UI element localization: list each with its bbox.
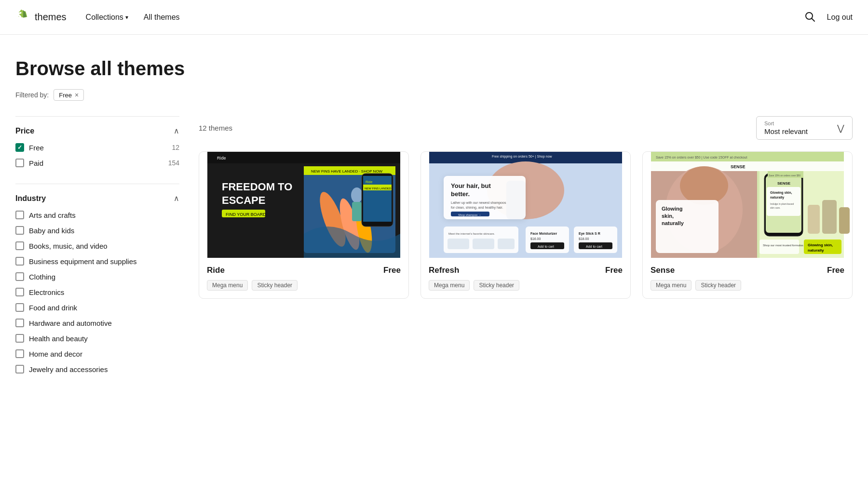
nav-links: Collections ▾ All themes bbox=[86, 13, 804, 22]
industry-filter-item: Arts and crafts bbox=[15, 211, 179, 219]
industry-filter-item: Home and decor bbox=[15, 349, 179, 358]
industry-filter-item: Hardware and automotive bbox=[15, 319, 179, 327]
svg-text:naturally: naturally bbox=[770, 196, 784, 200]
industry-filter-left: Clothing bbox=[15, 272, 55, 281]
filter-row: Filtered by: Free × bbox=[15, 89, 853, 101]
theme-tags: Mega menuSticky header bbox=[207, 280, 401, 291]
industry-checkbox[interactable] bbox=[15, 365, 24, 373]
industry-checkbox[interactable] bbox=[15, 349, 24, 358]
collections-chevron-icon: ▾ bbox=[125, 14, 128, 21]
svg-text:naturally: naturally bbox=[662, 220, 684, 226]
price-filter-label[interactable]: Free bbox=[29, 144, 44, 152]
all-themes-link[interactable]: All themes bbox=[144, 13, 180, 22]
svg-text:Glowing: Glowing bbox=[662, 206, 682, 212]
main-layout: Price Free 12 Paid 154 Industry bbox=[0, 116, 868, 413]
theme-card[interactable]: Save 15% on orders over $50 | Use code 1… bbox=[642, 151, 853, 299]
industry-filter-label[interactable]: Electronics bbox=[29, 288, 64, 296]
svg-point-13 bbox=[351, 187, 363, 203]
price-filter-label[interactable]: Paid bbox=[29, 159, 43, 167]
theme-price: Free bbox=[383, 266, 401, 275]
logo-link[interactable]: themes bbox=[15, 10, 67, 25]
industry-filter-label[interactable]: Arts and crafts bbox=[29, 211, 76, 219]
svg-point-59 bbox=[680, 166, 728, 205]
theme-card[interactable]: REFRESH. Your hair, but better. Lather u… bbox=[420, 151, 631, 299]
svg-text:for clean, shining, and health: for clean, shining, and healthy hair. bbox=[451, 206, 503, 210]
theme-card[interactable]: Ride FREEDOM TO ESCAPE FIND YOUR BOARD bbox=[199, 151, 409, 299]
theme-price: Free bbox=[827, 266, 844, 275]
svg-rect-81 bbox=[822, 200, 837, 234]
industry-filter-title: Industry bbox=[15, 194, 46, 203]
industry-filter-label[interactable]: Books, music, and video bbox=[29, 242, 108, 250]
industry-filter-label[interactable]: Clothing bbox=[29, 273, 55, 281]
hero-section: Browse all themes Filtered by: Free × bbox=[0, 35, 868, 116]
price-filter-left: Paid bbox=[15, 159, 43, 167]
industry-checkbox[interactable] bbox=[15, 288, 24, 296]
industry-filter-item: Baby and kids bbox=[15, 226, 179, 235]
industry-checkbox[interactable] bbox=[15, 319, 24, 327]
price-filter-title: Price bbox=[15, 127, 34, 135]
filter-chip-free[interactable]: Free × bbox=[54, 89, 84, 101]
svg-rect-14 bbox=[352, 202, 362, 221]
theme-name-row: Ride Free bbox=[207, 266, 401, 275]
industry-filter-left: Books, music, and video bbox=[15, 241, 108, 250]
svg-rect-75 bbox=[760, 240, 799, 254]
theme-price: Free bbox=[605, 266, 623, 275]
industry-checkbox[interactable] bbox=[15, 272, 24, 281]
svg-text:FIND YOUR BOARD: FIND YOUR BOARD bbox=[226, 212, 266, 217]
theme-info: Ride Free Mega menuSticky header bbox=[199, 258, 408, 298]
svg-text:skin care.: skin care. bbox=[770, 206, 780, 209]
svg-text:Eye Stick S R: Eye Stick S R bbox=[579, 232, 600, 236]
industry-filter-label[interactable]: Food and drink bbox=[29, 304, 77, 312]
price-filter-header[interactable]: Price bbox=[15, 126, 179, 135]
industry-checkbox[interactable] bbox=[15, 226, 24, 235]
theme-tag: Sticky header bbox=[252, 280, 298, 291]
industry-checkbox[interactable] bbox=[15, 334, 24, 343]
svg-text:Save 15% on orders over $50: Save 15% on orders over $50 bbox=[769, 174, 800, 177]
all-themes-label: All themes bbox=[144, 13, 180, 22]
price-filter-section: Price Free 12 Paid 154 bbox=[15, 116, 179, 184]
svg-text:Glowing skin,: Glowing skin, bbox=[770, 191, 792, 195]
svg-text:better.: better. bbox=[451, 190, 470, 198]
price-filter-item: Paid 154 bbox=[15, 159, 179, 167]
industry-filter-label[interactable]: Hardware and automotive bbox=[29, 319, 112, 327]
industry-filter-item: Health and beauty bbox=[15, 334, 179, 343]
industry-filter-section: Industry Arts and crafts Baby and kids B… bbox=[15, 184, 179, 390]
theme-tag: Mega menu bbox=[429, 280, 470, 291]
industry-filter-item: Jewelry and accessories bbox=[15, 365, 179, 373]
svg-rect-3 bbox=[207, 152, 400, 163]
industry-filter-left: Business equipment and supplies bbox=[15, 257, 136, 266]
industry-filter-label[interactable]: Baby and kids bbox=[29, 227, 74, 235]
theme-name: Sense bbox=[651, 266, 675, 275]
industry-filter-label[interactable]: Health and beauty bbox=[29, 334, 88, 343]
price-checkbox[interactable] bbox=[15, 143, 24, 152]
collections-link[interactable]: Collections ▾ bbox=[86, 13, 128, 22]
industry-filter-label[interactable]: Business equipment and supplies bbox=[29, 257, 136, 266]
search-icon[interactable] bbox=[804, 11, 815, 24]
industry-checkbox[interactable] bbox=[15, 211, 24, 219]
sort-chevron-icon: ⋁ bbox=[837, 123, 844, 133]
industry-checkbox[interactable] bbox=[15, 257, 24, 266]
price-filter-count: 12 bbox=[172, 144, 179, 151]
industry-filter-left: Jewelry and accessories bbox=[15, 365, 108, 373]
price-chevron-icon bbox=[174, 126, 179, 135]
filtered-by-label: Filtered by: bbox=[15, 91, 49, 99]
industry-filter-left: Electronics bbox=[15, 288, 64, 296]
svg-text:NEW FINS HAVE LANDED · SHOP NO: NEW FINS HAVE LANDED · SHOP NOW bbox=[311, 169, 383, 173]
price-checkbox[interactable] bbox=[15, 159, 24, 167]
industry-filter-label[interactable]: Home and decor bbox=[29, 350, 82, 358]
theme-name: Refresh bbox=[429, 266, 459, 275]
svg-text:Meet the internet's favorite s: Meet the internet's favorite skincare. bbox=[448, 232, 495, 235]
svg-text:Lather up with our newest sham: Lather up with our newest shampoos bbox=[451, 201, 506, 205]
sidebar: Price Free 12 Paid 154 Industry bbox=[15, 116, 179, 390]
svg-text:FREEDOM TO: FREEDOM TO bbox=[222, 181, 292, 193]
filter-chip-label: Free bbox=[59, 92, 72, 99]
industry-filter-header[interactable]: Industry bbox=[15, 194, 179, 203]
industry-checkbox[interactable] bbox=[15, 241, 24, 250]
filter-chip-close-icon[interactable]: × bbox=[75, 91, 79, 99]
industry-checkbox[interactable] bbox=[15, 303, 24, 312]
sort-select[interactable]: Sort Most relevant ⋁ bbox=[756, 116, 853, 140]
logout-link[interactable]: Log out bbox=[827, 13, 853, 22]
industry-filter-left: Food and drink bbox=[15, 303, 77, 312]
theme-tags: Mega menuSticky header bbox=[429, 280, 623, 291]
industry-filter-label[interactable]: Jewelry and accessories bbox=[29, 365, 108, 373]
